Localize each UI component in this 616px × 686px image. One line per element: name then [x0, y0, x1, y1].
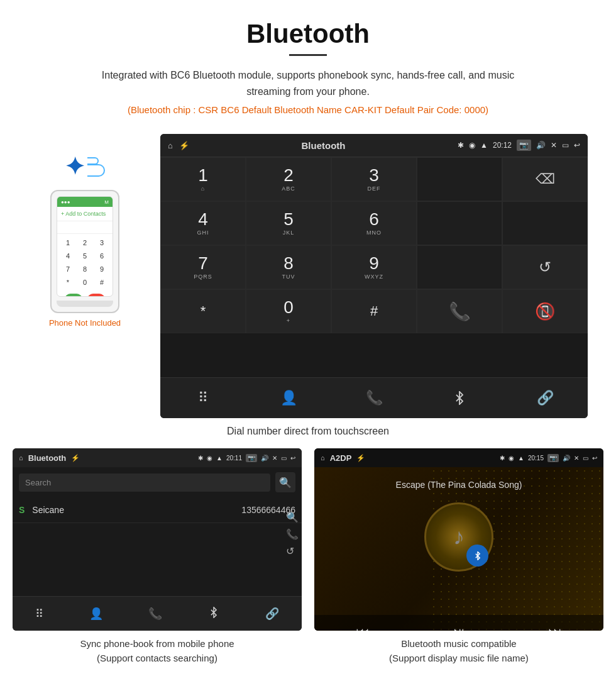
music-controls: ⏮ ⏯ ⏭: [314, 615, 603, 631]
statusbar-title: Bluetooth: [301, 140, 345, 151]
dial-caption: Dial number direct from touchscreen: [0, 426, 616, 437]
pb-sig-icon: ▲: [216, 455, 223, 462]
bluetooth-status-icon: ✱: [458, 141, 464, 150]
pb-toolbar-contacts[interactable]: 👤: [89, 607, 103, 621]
dial-key-4[interactable]: 4 GHI: [160, 201, 246, 245]
music-album-art-container: ♪: [424, 499, 493, 575]
dial-grid: 1 ⌂ 2 ABC 3 DEF ⌫ 4 GHI 5 JKL: [160, 157, 588, 377]
time-display: 20:12: [493, 141, 512, 150]
phonebook-phone-sidebar-icon[interactable]: 📞: [286, 528, 299, 540]
dial-key-1[interactable]: 1 ⌂: [160, 157, 246, 201]
music-screen-wrapper: ⌂ A2DP ⚡ ✱ ◉ ▲ 20:15 📷 🔊 ✕ ▭ ↩: [314, 448, 603, 631]
pb-toolbar-link[interactable]: 🔗: [265, 607, 279, 621]
dial-call-button[interactable]: 📞: [417, 289, 502, 333]
mu-back-icon: ↩: [592, 455, 597, 462]
music-block: ⌂ A2DP ⚡ ✱ ◉ ▲ 20:15 📷 🔊 ✕ ▭ ↩: [314, 448, 603, 665]
dial-redial[interactable]: ↺: [502, 245, 588, 289]
music-prev-icon[interactable]: ⏮: [356, 624, 370, 631]
dial-key-0[interactable]: 0 +: [246, 289, 331, 333]
dial-empty-r3c4: [417, 245, 502, 289]
pb-win-icon: ▭: [281, 455, 287, 462]
toolbar-bluetooth-icon[interactable]: [447, 385, 472, 411]
pb-toolbar-bluetooth[interactable]: [208, 607, 219, 621]
pb-vol-icon: 🔊: [261, 455, 268, 462]
toolbar-dialpad-icon[interactable]: ⠿: [190, 385, 216, 411]
pb-home-icon: ⌂: [19, 454, 23, 462]
toolbar-contacts-icon[interactable]: 👤: [276, 385, 301, 411]
mu-home-icon: ⌂: [321, 454, 325, 462]
dial-key-hash[interactable]: #: [331, 289, 417, 333]
phonebook-search-sidebar-icon[interactable]: 🔍: [286, 511, 299, 523]
phonebook-toolbar: ⠿ 👤 📞 🔗: [13, 596, 302, 631]
phone-body: ●●●M + Add to Contacts 1 2 3 4 5 6 7: [50, 190, 119, 313]
music-note-icon: ♪: [453, 524, 465, 550]
mu-win-icon: ▭: [583, 455, 588, 462]
phone-dial-mini: 1 2 3 4 5 6 7 8 9 * 0 #: [57, 234, 113, 291]
title-underline: [289, 54, 327, 56]
mu-x-icon: ✕: [574, 455, 579, 462]
dial-key-6[interactable]: 6 MNO: [331, 201, 417, 245]
phonebook-refresh-sidebar-icon[interactable]: ↺: [286, 545, 299, 557]
pb-bt-icon: ✱: [198, 455, 203, 462]
location-icon: ◉: [469, 141, 475, 150]
window-icon: ▭: [562, 141, 569, 150]
phonebook-sidebar: 🔍 📞 ↺: [286, 511, 299, 557]
phone-not-included-label: Phone Not Included: [49, 318, 121, 328]
music-next-icon[interactable]: ⏭: [548, 624, 562, 631]
mu-sig-icon: ▲: [518, 455, 524, 462]
car-dial-screen: ⌂ ⚡ Bluetooth ✱ ◉ ▲ 20:12 📷 🔊 ✕ ▭ ↩ 1 ⌂: [160, 134, 588, 418]
phonebook-search-area: Search 🔍: [13, 467, 302, 497]
phonebook-screen: ⌂ Bluetooth ⚡ ✱ ◉ ▲ 20:11 📷 🔊 ✕ ▭ ↩: [13, 448, 302, 631]
pb-time: 20:11: [226, 455, 242, 462]
music-caption: Bluetooth music compatible(Support displ…: [389, 637, 529, 665]
music-play-pause-icon[interactable]: ⏯: [452, 624, 466, 631]
pb-title: Bluetooth: [28, 453, 67, 463]
signal-icon: ▲: [480, 141, 488, 150]
dial-empty-r1c4: [417, 157, 502, 201]
dial-key-star[interactable]: *: [160, 289, 246, 333]
dial-key-5[interactable]: 5 JKL: [246, 201, 331, 245]
mu-title: A2DP: [330, 453, 352, 463]
music-bluetooth-overlay: [466, 545, 488, 567]
dial-hangup-button[interactable]: 📵: [502, 289, 588, 333]
statusbar-right: ✱ ◉ ▲ 20:12 📷 🔊 ✕ ▭ ↩: [458, 140, 580, 151]
volume-icon: 🔊: [536, 141, 546, 150]
toolbar-phone-icon[interactable]: 📞: [361, 385, 387, 411]
contact-row-seicane[interactable]: S Seicane 13566664466: [13, 497, 302, 523]
dial-section: ✦ ●●●M + Add to Contacts 1 2: [0, 134, 616, 418]
dial-key-2[interactable]: 2 ABC: [246, 157, 331, 201]
mu-bt-icon: ✱: [500, 455, 505, 462]
dial-key-8[interactable]: 8 TUV: [246, 245, 331, 289]
music-statusbar: ⌂ A2DP ⚡ ✱ ◉ ▲ 20:15 📷 🔊 ✕ ▭ ↩: [314, 448, 603, 467]
pb-back-icon: ↩: [290, 455, 295, 462]
phonebook-block: ⌂ Bluetooth ⚡ ✱ ◉ ▲ 20:11 📷 🔊 ✕ ▭ ↩: [13, 448, 302, 665]
dial-key-9[interactable]: 9 WXYZ: [331, 245, 417, 289]
toolbar-link-icon[interactable]: 🔗: [532, 385, 558, 411]
music-screen: ⌂ A2DP ⚡ ✱ ◉ ▲ 20:15 📷 🔊 ✕ ▭ ↩: [314, 448, 603, 631]
search-icon[interactable]: 🔍: [275, 472, 295, 492]
dial-backspace[interactable]: ⌫: [502, 157, 588, 201]
pb-toolbar-dialpad[interactable]: ⠿: [35, 607, 43, 621]
dial-key-7[interactable]: 7 PQRS: [160, 245, 246, 289]
bluetooth-logo-icon: ✦: [65, 153, 85, 180]
phone-statusbar: ●●●M: [57, 197, 113, 207]
pb-loc-icon: ◉: [207, 455, 212, 462]
phonebook-caption: Sync phone-book from mobile phone(Suppor…: [80, 637, 234, 665]
usb-icon: ⚡: [179, 141, 189, 150]
search-placeholder: Search: [25, 478, 51, 487]
dial-key-3[interactable]: 3 DEF: [331, 157, 417, 201]
bottom-screenshots: ⌂ Bluetooth ⚡ ✱ ◉ ▲ 20:11 📷 🔊 ✕ ▭ ↩: [0, 448, 616, 665]
mu-vol-icon: 🔊: [563, 455, 570, 462]
camera-icon: 📷: [517, 140, 531, 151]
search-bar[interactable]: Search: [19, 473, 270, 492]
pb-x-icon: ✕: [272, 455, 277, 462]
car-toolbar: ⠿ 👤 📞 🔗: [160, 377, 588, 418]
dial-empty-r2c5: [502, 201, 588, 245]
pb-toolbar-phone[interactable]: 📞: [148, 607, 162, 621]
phone-container: ●●●M + Add to Contacts 1 2 3 4 5 6 7: [49, 190, 121, 328]
mu-loc-icon: ◉: [509, 455, 514, 462]
music-content: Escape (The Pina Colada Song) ♪: [314, 467, 603, 631]
phone-contact-btn: + Add to Contacts: [57, 207, 113, 221]
phonebook-statusbar: ⌂ Bluetooth ⚡ ✱ ◉ ▲ 20:11 📷 🔊 ✕ ▭ ↩: [13, 448, 302, 467]
pb-cam-icon: 📷: [246, 454, 257, 462]
